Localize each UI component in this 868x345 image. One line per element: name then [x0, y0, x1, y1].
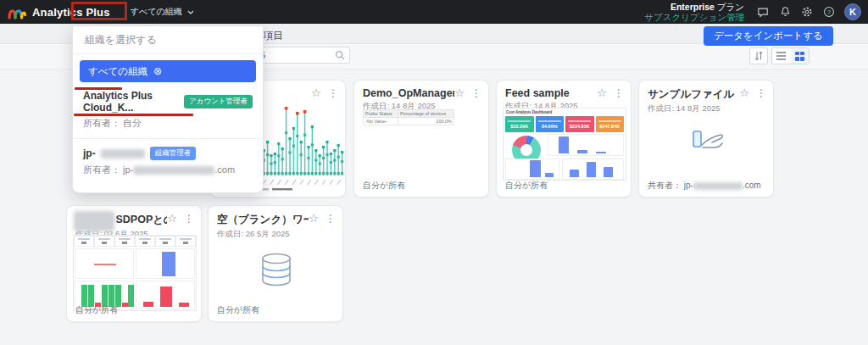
kebab-menu-icon[interactable]: ⋮: [471, 87, 481, 112]
org-option-jp[interactable]: jp- 組織管理者 所有者： jp-.com: [73, 139, 263, 180]
workspace-card-demo-opmanager[interactable]: Demo_OpManager 作成日: 14 8月 2025 ☆ ⋮ Probe…: [353, 80, 489, 198]
grid-view-button[interactable]: [791, 48, 810, 64]
bar-chart-thumbnail: [505, 159, 559, 180]
feedback-icon[interactable]: [756, 5, 770, 19]
subscription-management-link[interactable]: サブスクリプション管理: [644, 12, 744, 22]
created-date: 作成日: 26 5月 2025: [217, 229, 309, 240]
workspace-card-sdpop[interactable]: SDPOPとの連携 作成日: 02 6月 2025 ☆ ⋮: [66, 205, 202, 322]
app-brand: Analytics Plus: [0, 4, 110, 19]
created-date: 作成日: 14 8月 2025: [648, 103, 739, 114]
database-cylinder-icon: [258, 252, 295, 287]
workspace-card-sample-file[interactable]: サンプルファイル 作成日: 14 8月 2025 ☆ ⋮ 共有者： jp-.co…: [638, 80, 774, 198]
analytics-plus-logo-icon: [7, 4, 27, 19]
plan-info: Enterprise プラン サブスクリプション管理: [644, 2, 744, 22]
org-option-all-label: すべての組織: [88, 65, 147, 78]
search-icon: [335, 50, 349, 60]
kpi-tile: 84.66%: [536, 116, 565, 132]
org-option-analytics-cloud[interactable]: Analytics Plus Cloud_K... アカウント管理者 所有者： …: [73, 82, 263, 133]
redaction-blur: [74, 211, 114, 231]
shared-by-prefix: 共有者： jp-: [648, 181, 693, 190]
plan-name: Enterprise: [670, 2, 715, 12]
role-badge: アカウント管理者: [184, 95, 253, 109]
role-badge: 組織管理者: [150, 147, 197, 160]
kpi-tile: $224.85K: [565, 116, 594, 132]
bar-chart-thumbnail: [136, 248, 195, 279]
view-toggle: [771, 47, 810, 64]
ownership-label: 自分が所有: [75, 304, 118, 316]
table-header: Probe Status: [364, 110, 398, 118]
org-name: Analytics Plus Cloud_K...: [83, 90, 179, 114]
star-icon[interactable]: ☆: [309, 213, 319, 240]
redaction-blur: [133, 166, 214, 175]
notifications-bell-icon[interactable]: [778, 5, 792, 19]
shared-hand-icon: [687, 125, 727, 155]
shared-by-label: 共有者： jp-.com: [648, 180, 761, 192]
workspace-card-blank[interactable]: 空（ブランク）ワークスペ... 作成日: 26 5月 2025 ☆ ⋮ 自分が所…: [208, 205, 343, 322]
redaction-blur: [693, 182, 743, 190]
shared-by-suffix: .com: [743, 181, 761, 190]
ownership-label: 自分が所有: [505, 180, 548, 192]
bar-chart-thumbnail: [136, 281, 195, 309]
ownership-label: 自分が所有: [363, 180, 405, 192]
items-tab-label-fragment[interactable]: 項目: [263, 29, 283, 43]
workspace-card-feed-sample[interactable]: Feed sample 作成日: 14 8月 2025 ☆ ⋮ Cost Ana…: [496, 80, 632, 198]
help-icon[interactable]: ?: [822, 5, 836, 19]
settings-gear-icon[interactable]: [800, 5, 814, 19]
dashboard-thumbnail: Cost Analysis Dashboard $22.29K 84.66% $…: [503, 108, 626, 181]
user-avatar[interactable]: K: [844, 3, 861, 20]
table-cell: -No Value-: [364, 118, 398, 125]
kebab-menu-icon[interactable]: ⋮: [328, 87, 338, 99]
empty-chart-panel: [75, 248, 134, 279]
svg-text:?: ?: [827, 9, 831, 15]
star-icon[interactable]: ☆: [739, 87, 749, 114]
redaction-blur: [101, 149, 145, 159]
org-selector-label: すべての組織: [131, 6, 182, 18]
dashboard-thumbnail: [73, 235, 197, 311]
chevron-down-icon: [187, 10, 194, 14]
table-header: Percentage of devices: [398, 110, 453, 118]
top-navbar: Analytics Plus すべての組織 Enterprise プラン サブス…: [0, 0, 868, 24]
grid-view-icon: [795, 52, 804, 61]
owner-suffix: .com: [214, 164, 235, 175]
sort-icon: [754, 51, 764, 61]
selected-star-icon: ⊛: [153, 65, 162, 77]
bar-chart-thumbnail: [562, 159, 624, 180]
org-dropdown-header: 組織を選択する: [73, 26, 263, 54]
sort-button[interactable]: [749, 47, 768, 64]
plan-suffix: プラン: [715, 2, 744, 12]
dashboard-title: Cost Analysis Dashboard: [504, 109, 626, 116]
workspace-title[interactable]: 空（ブランク）ワークスペ...: [217, 213, 309, 227]
org-name-prefix: jp-: [83, 147, 96, 159]
workspace-title[interactable]: サンプルファイル: [648, 87, 739, 102]
ownership-label: 自分が所有: [217, 304, 259, 316]
org-owner-label: 所有者： 自分: [83, 117, 253, 130]
list-view-button[interactable]: [772, 48, 791, 64]
star-icon[interactable]: ☆: [311, 87, 321, 99]
brand-name: Analytics Plus: [32, 6, 110, 19]
kpi-tile: $22.29K: [505, 116, 534, 132]
org-owner-label: 所有者： jp-.com: [83, 164, 253, 176]
org-selector-dropdown-trigger[interactable]: すべての組織: [125, 3, 199, 21]
org-dropdown-panel: 組織を選択する すべての組織 ⊛ Analytics Plus Cloud_K.…: [72, 25, 264, 193]
table-cell: 100.0%: [398, 118, 453, 125]
kpi-tile: $247.84K: [596, 116, 625, 132]
org-option-all[interactable]: すべての組織 ⊛: [80, 60, 256, 82]
kebab-menu-icon[interactable]: ⋮: [326, 213, 336, 240]
thumbnail-table: Probe Status Percentage of devices -No V…: [363, 109, 454, 125]
owner-prefix: 所有者： jp-: [83, 164, 133, 175]
star-icon[interactable]: ☆: [454, 87, 465, 112]
bar-chart-thumbnail: [548, 134, 624, 156]
workspace-title[interactable]: Demo_OpManager: [363, 87, 454, 99]
kebab-menu-icon[interactable]: ⋮: [756, 87, 766, 114]
list-view-icon: [776, 50, 786, 62]
import-data-button[interactable]: データをインポートする: [704, 26, 833, 46]
workspace-title[interactable]: Feed sample: [505, 87, 597, 99]
